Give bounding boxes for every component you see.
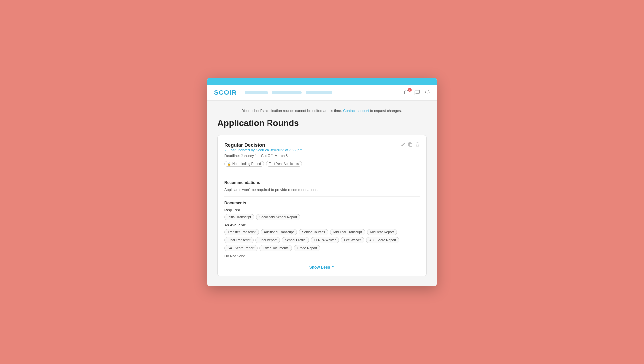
chevron-up-icon: ⌃ <box>331 265 335 270</box>
doc-sat-score-report: SAT Score Report <box>224 245 258 251</box>
check-icon: ✓ <box>224 148 227 152</box>
divider-1 <box>224 176 420 176</box>
nav-icons: 1 <box>404 89 430 96</box>
doc-mid-year-transcript: Mid Year Transcript <box>330 229 365 235</box>
documents-section-title: Documents <box>224 201 420 205</box>
required-docs: Initial Transcript Secondary School Repo… <box>224 214 420 220</box>
tag-non-binding-label: Non-binding Round <box>232 162 261 166</box>
navbar: SCOIR 1 <box>207 85 437 101</box>
svg-rect-0 <box>404 91 409 94</box>
show-less-label: Show Less <box>309 265 330 270</box>
card-actions <box>401 142 420 148</box>
nav-link-2[interactable] <box>272 91 302 94</box>
card-title: Regular Decision <box>224 142 303 148</box>
doc-mid-year-report: Mid Year Report <box>367 229 397 235</box>
doc-final-transcript: Final Transcript <box>224 237 254 243</box>
last-updated: ✓ Last updated by Scoir on 3/9/2023 at 3… <box>224 148 303 152</box>
tag-first-year: First Year Applicants <box>266 161 302 167</box>
notice-suffix: to request changes. <box>370 109 402 113</box>
doc-school-profile: School Profile <box>282 237 309 243</box>
doc-act-score-report: ACT Score Report <box>366 237 400 243</box>
svg-rect-1 <box>409 143 412 146</box>
lock-icon: 🔒 <box>227 162 231 166</box>
notice-bar: Your school's application rounds cannot … <box>217 109 427 113</box>
copy-button[interactable] <box>408 142 413 148</box>
contact-support-link[interactable]: Contact support <box>343 109 369 113</box>
badge-count: 1 <box>408 88 412 92</box>
deadline-text: Deadline: January 1 Cut-Off: March 8 <box>224 154 303 158</box>
logo: SCOIR <box>214 89 237 96</box>
show-less-button[interactable]: Show Less ⌃ <box>224 262 420 270</box>
available-docs: Transfer Transcript Additional Transcrip… <box>224 229 420 251</box>
delete-button[interactable] <box>415 142 420 148</box>
page-content: Your school's application rounds cannot … <box>207 101 437 286</box>
doc-senior-courses: Senior Courses <box>299 229 328 235</box>
recommendations-section-title: Recommendations <box>224 180 420 185</box>
doc-fee-waiver: Fee Waiver <box>341 237 364 243</box>
deadline: Deadline: January 1 <box>224 154 257 158</box>
do-not-send-label: Do Not Send <box>224 254 420 258</box>
briefcase-icon[interactable]: 1 <box>404 90 410 96</box>
available-label: As Available <box>224 223 420 227</box>
card-header-left: Regular Decision ✓ Last updated by Scoir… <box>224 142 303 172</box>
notice-text: Your school's application rounds cannot … <box>242 109 342 113</box>
application-round-card: Regular Decision ✓ Last updated by Scoir… <box>217 135 427 276</box>
last-updated-text: Last updated by Scoir on 3/9/2023 at 3:2… <box>229 148 303 152</box>
browser-bar <box>207 78 437 85</box>
nav-link-3[interactable] <box>306 91 332 94</box>
cutoff: Cut-Off: March 8 <box>261 154 288 158</box>
page-title: Application Rounds <box>217 118 427 128</box>
chat-icon[interactable] <box>414 90 420 96</box>
nav-link-1[interactable] <box>245 91 268 94</box>
doc-other-documents: Other Documents <box>259 245 292 251</box>
doc-ferpa-waiver: FERPA Waiver <box>311 237 339 243</box>
tag-first-year-label: First Year Applicants <box>269 162 299 166</box>
nav-links <box>245 91 404 94</box>
doc-grade-report: Grade Report <box>294 245 321 251</box>
tag-non-binding: 🔒 Non-binding Round <box>224 161 264 167</box>
recommendations-text: Applicants won't be required to provide … <box>224 188 420 192</box>
required-label: Required <box>224 208 420 212</box>
doc-transfer-transcript: Transfer Transcript <box>224 229 259 235</box>
bell-icon[interactable] <box>425 89 430 96</box>
round-tags: 🔒 Non-binding Round First Year Applicant… <box>224 161 303 167</box>
doc-final-report: Final Report <box>255 237 280 243</box>
doc-initial-transcript: Initial Transcript <box>224 214 254 220</box>
edit-button[interactable] <box>401 142 405 148</box>
browser-window: SCOIR 1 <box>207 78 437 286</box>
divider-2 <box>224 196 420 197</box>
doc-secondary-school-report: Secondary School Report <box>256 214 300 220</box>
doc-additional-transcript: Additional Transcript <box>261 229 297 235</box>
card-header: Regular Decision ✓ Last updated by Scoir… <box>224 142 420 172</box>
